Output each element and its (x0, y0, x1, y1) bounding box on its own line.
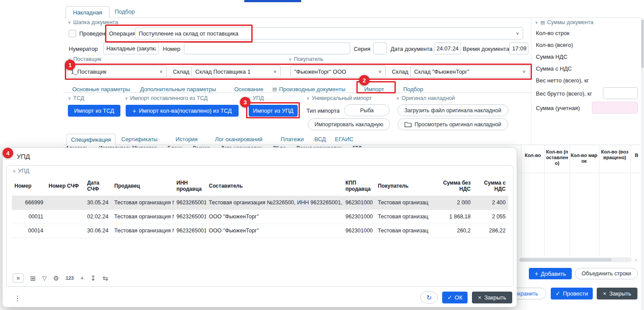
add-row-button[interactable]: + Добавить (529, 268, 572, 279)
posted-checkbox[interactable] (69, 30, 76, 37)
universal-import-section-toggle[interactable]: ∨ Универсальный импорт (306, 95, 372, 101)
scroll-right-icon[interactable]: › (635, 257, 637, 263)
upd-inner-section-toggle[interactable]: ∨ УПД (13, 168, 29, 174)
column-header-sum-vat[interactable]: Сумма с НДС (473, 176, 508, 196)
upload-original-button[interactable]: Загрузить файл оригинала накладной (398, 104, 508, 116)
list-view-icon[interactable]: ≡ (13, 273, 24, 283)
cell-compiler: ООО "ФьюженТорг" (206, 210, 343, 224)
spec-col-qty-delivered[interactable]: Кол-во (поставлено) (545, 149, 569, 166)
column-header-schf-number[interactable]: Номер СЧФ (46, 176, 84, 196)
import-from-tsd-button[interactable]: Импорт из ТСД (68, 105, 120, 117)
column-header-schf-date[interactable]: Дата СЧФ (84, 176, 112, 196)
chevron-down-icon: ∨ (289, 57, 292, 61)
spec-col-qty[interactable]: Кол-во (522, 153, 544, 158)
param-tabs-divider (63, 93, 531, 93)
upload-original-label: Загрузить файл оригинала накладной (405, 107, 501, 114)
cell-seller-kpp: 962301000 (343, 196, 375, 210)
gross-weight-input[interactable] (603, 87, 638, 99)
column-header-seller[interactable]: Продавец (112, 176, 174, 196)
add-icon[interactable]: + (80, 275, 84, 281)
table-row[interactable]: 666999 30.05.24 Тестовая организация № 9… (12, 196, 508, 210)
tab-specification[interactable]: Спецификация (67, 134, 116, 145)
series-input[interactable] (373, 43, 387, 54)
tab-invoice[interactable]: Накладная (66, 6, 109, 18)
horizontal-scrollbar-thumb[interactable] (520, 258, 612, 261)
import-type-button[interactable]: Рыба (344, 104, 390, 116)
tsd-qty-section-toggle[interactable]: ∨ Импорт поставленного из ТСД (125, 95, 208, 101)
spec-col-qty-marks[interactable]: Кол-во марок (570, 153, 598, 164)
cell-date: 02.02.24 (84, 210, 112, 224)
vertical-scrollbar-thumb[interactable] (641, 20, 644, 68)
numbers-toggle-icon[interactable]: 123 (66, 275, 74, 281)
ok-button[interactable]: ✓ ОК (442, 292, 468, 303)
tab-derived-docs[interactable]: ▤ Производные документы (272, 86, 345, 93)
repeat-icon[interactable]: ⇆ (102, 275, 108, 281)
column-header-buyer[interactable]: Покупатель (375, 176, 429, 196)
tab-certificates[interactable]: Сертификаты (121, 136, 158, 143)
refresh-button[interactable]: ↻ (420, 292, 438, 303)
tab-selection-params[interactable]: Подбор (403, 86, 423, 93)
tab-main-params[interactable]: Основные параметры (72, 86, 130, 93)
column-header-seller-inn[interactable]: ИНН продавца (174, 176, 206, 196)
tab-selection-top[interactable]: Подбор (115, 8, 135, 15)
numerator-label: Нумератор (69, 46, 98, 52)
dialog-kebab-icon[interactable]: ⋮ (14, 294, 21, 303)
supplier-value: 1_Поставщик (71, 68, 106, 75)
merge-rows-button[interactable]: Объединить строки (575, 268, 638, 279)
numerator-select[interactable]: Накладные (закупка) (103, 43, 159, 54)
horizontal-scrollbar[interactable] (519, 257, 632, 262)
table-row[interactable]: 00014 30.06.24 Тестовая организация № 96… (12, 224, 508, 238)
doc-date-input[interactable]: 24.07.24 (434, 43, 461, 54)
plus-icon: + (535, 270, 538, 277)
grid-view-icon[interactable]: ⊞ (30, 275, 36, 281)
import-from-upd-button[interactable]: Импорт из УПД (249, 105, 298, 117)
cell-seller: Тестовая организация № (112, 196, 174, 210)
buyer-warehouse-select[interactable]: Склад "ФьюженТорг" ∨ (410, 65, 530, 78)
filter-icon[interactable]: ▽ (42, 275, 47, 281)
supplier-warehouse-select[interactable]: Склад Поставщика 1 ∨ (191, 65, 281, 78)
column-header-compiler[interactable]: Составитель (206, 176, 343, 196)
table-row[interactable]: 00011 02.02.24 Тестовая организация № 96… (12, 210, 508, 224)
tab-scan-log[interactable]: Лог сканирований (215, 136, 262, 143)
import-invoice-button[interactable]: Импортировать накладную (308, 118, 390, 130)
vertical-scrollbar[interactable] (641, 18, 644, 310)
number-input[interactable] (184, 43, 350, 54)
tab-extra-params[interactable]: Дополнительные параметры (140, 86, 216, 93)
supplier-select[interactable]: 1_Поставщик ∨ (67, 65, 167, 78)
totals-section-toggle[interactable]: ∨ ▤ Суммы документа (535, 19, 593, 25)
folder-icon (405, 122, 412, 127)
column-header-seller-kpp[interactable]: КПП продавца (343, 176, 375, 196)
tab-import[interactable]: Импорт (364, 86, 384, 93)
view-original-button[interactable]: Просмотреть оригинал накладной (398, 118, 508, 130)
cell-seller-kpp: 962301000 (343, 224, 375, 238)
import-qty-from-tsd-label: Импорт кол-ва(поставлено) из ТСД (139, 107, 232, 114)
series-label: Серия (354, 46, 370, 52)
tsd-section-toggle[interactable]: ∨ ТСД (68, 95, 84, 101)
operation-select[interactable]: Поступление на склад от поставщика ∨ (135, 27, 523, 39)
spec-col-border (630, 145, 631, 257)
doc-time-input[interactable]: 17:09 (509, 43, 528, 54)
doc-header-section-toggle[interactable]: ∨ Шапка документа (68, 19, 118, 25)
tab-egais[interactable]: ЕГАИС (335, 136, 353, 143)
post-button[interactable]: ✓ Провести (551, 288, 593, 299)
column-header-sum-no-vat[interactable]: Сумма без НДС (429, 176, 473, 196)
totals-section-title: Суммы документа (547, 19, 594, 25)
cell-seller-inn: 9623265001 (174, 210, 206, 224)
accounting-sum-input[interactable] (592, 102, 638, 114)
settings-gear-icon[interactable]: ⚙ (53, 275, 59, 281)
buyer-section-toggle[interactable]: ∨ Покупатель (289, 56, 324, 62)
original-section-toggle[interactable]: ∨ Оригинал накладной (396, 95, 455, 101)
close-dialog-button[interactable]: × Закрыть (472, 292, 512, 303)
spec-col-qty-returned[interactable]: Кол-во (возвращено) (600, 149, 629, 160)
import-qty-from-tsd-button[interactable]: + Импорт кол-ва(поставлено) из ТСД (126, 105, 239, 117)
column-header-number[interactable]: Номер (12, 176, 46, 196)
tab-vsd[interactable]: ВСД (314, 136, 326, 143)
cell-buyer: Тестовая организация № (375, 210, 429, 224)
download-icon[interactable]: ↧ (91, 275, 96, 281)
tab-basis[interactable]: Основание (234, 86, 264, 93)
buyer-select[interactable]: "ФьюженТорг" ООО ∨ (290, 65, 386, 78)
tab-history[interactable]: История (176, 136, 197, 143)
cell-sum-vat: 2 055 (473, 210, 508, 224)
close-document-button[interactable]: × Закрыть (597, 288, 637, 299)
tab-payments[interactable]: Платежи (281, 136, 304, 143)
